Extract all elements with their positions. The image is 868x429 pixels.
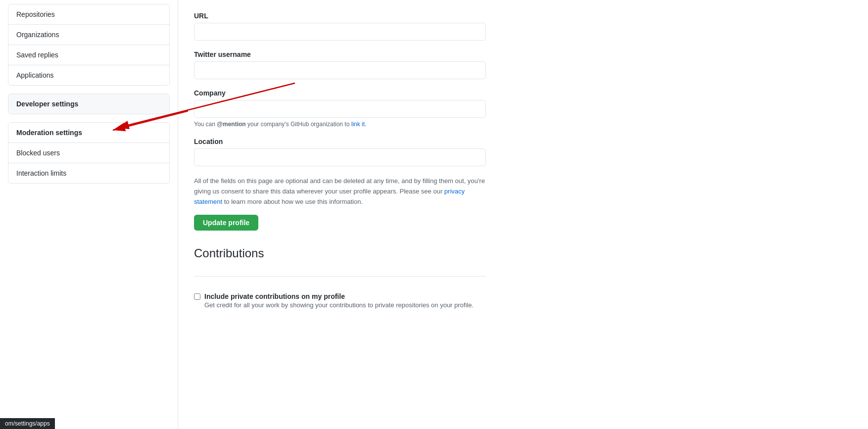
sidebar-item-repositories[interactable]: Repositories bbox=[8, 4, 169, 25]
sidebar-item-organizations[interactable]: Organizations bbox=[8, 25, 169, 45]
company-input[interactable] bbox=[194, 100, 486, 118]
status-bar: om/settings/apps bbox=[0, 418, 55, 429]
company-label: Company bbox=[194, 89, 608, 97]
sidebar-item-saved-replies[interactable]: Saved replies bbox=[8, 45, 169, 65]
sidebar-group-main: Repositories Organizations Saved replies… bbox=[8, 4, 170, 86]
footnote-text-part2: to learn more about how we use this info… bbox=[222, 198, 363, 205]
location-input[interactable] bbox=[194, 148, 486, 166]
sidebar-item-applications[interactable]: Applications bbox=[8, 65, 169, 85]
company-hint: You can @mention your company's GitHub o… bbox=[194, 121, 608, 128]
sidebar-item-blocked-users[interactable]: Blocked users bbox=[8, 143, 169, 163]
location-form-group: Location bbox=[194, 138, 608, 166]
url-form-group: URL bbox=[194, 12, 608, 41]
twitter-input[interactable] bbox=[194, 61, 486, 79]
private-contributions-row: Include private contributions on my prof… bbox=[194, 292, 608, 309]
moderation-settings-header: Moderation settings bbox=[8, 123, 169, 143]
twitter-label: Twitter username bbox=[194, 50, 608, 58]
location-label: Location bbox=[194, 138, 608, 145]
sidebar-item-interaction-limits[interactable]: Interaction limits bbox=[8, 163, 169, 183]
sidebar-group-moderation: Moderation settings Blocked users Intera… bbox=[8, 122, 170, 184]
sidebar-item-developer-settings[interactable]: Developer settings bbox=[8, 94, 169, 114]
private-contributions-label-group: Include private contributions on my prof… bbox=[204, 292, 474, 309]
footnote-text-part1: All of the fields on this page are optio… bbox=[194, 177, 485, 195]
form-footnote: All of the fields on this page are optio… bbox=[194, 176, 486, 207]
update-profile-button[interactable]: Update profile bbox=[194, 215, 258, 231]
contributions-title: Contributions bbox=[194, 246, 608, 260]
sidebar: Repositories Organizations Saved replies… bbox=[0, 0, 178, 429]
company-form-group: Company You can @mention your company's … bbox=[194, 89, 608, 128]
sidebar-group-developer: Developer settings bbox=[8, 94, 170, 114]
private-contributions-checkbox[interactable] bbox=[194, 293, 200, 300]
url-input[interactable] bbox=[194, 23, 486, 41]
company-hint-link[interactable]: link it bbox=[351, 121, 365, 128]
url-label: URL bbox=[194, 12, 608, 20]
twitter-form-group: Twitter username bbox=[194, 50, 608, 79]
main-content: URL Twitter username Company You can @me… bbox=[178, 0, 624, 429]
private-contributions-label: Include private contributions on my prof… bbox=[204, 292, 474, 300]
contributions-divider bbox=[194, 276, 486, 277]
private-contributions-desc: Get credit for all your work by showing … bbox=[204, 301, 474, 309]
contributions-section: Contributions Include private contributi… bbox=[194, 246, 608, 309]
